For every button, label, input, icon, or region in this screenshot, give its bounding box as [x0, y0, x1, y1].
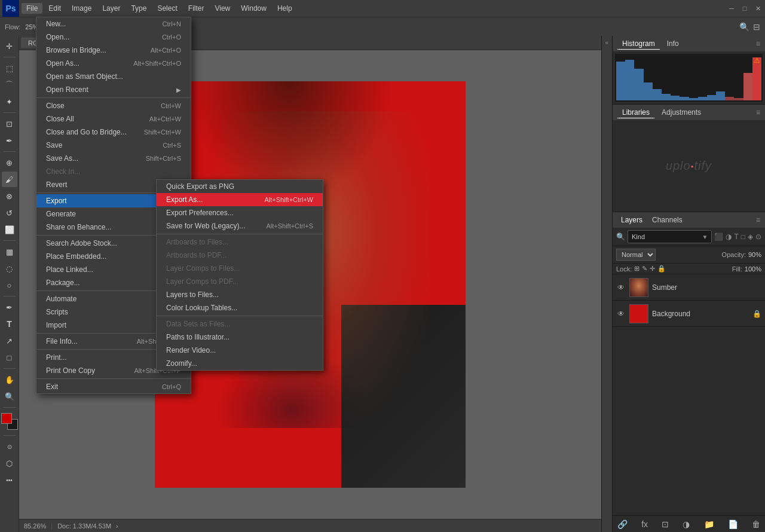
layer-visibility-background[interactable]: 👁: [616, 309, 626, 319]
search-icon[interactable]: 🔍: [739, 22, 749, 32]
stamp-tool[interactable]: ⊗: [2, 188, 17, 204]
filter-shape-icon[interactable]: □: [741, 233, 745, 241]
menu-item-close-go-bridge[interactable]: Close and Go to Bridge... Shift+Ctrl+W: [36, 126, 191, 139]
filter-adjustment-icon[interactable]: ◑: [726, 233, 732, 241]
close-button[interactable]: ✕: [753, 4, 763, 13]
minimize-button[interactable]: ─: [727, 4, 736, 13]
fill-value[interactable]: 100%: [745, 265, 761, 273]
menu-item-save[interactable]: Save Ctrl+S: [36, 139, 191, 152]
magic-wand-tool[interactable]: ✦: [2, 94, 17, 109]
menu-item-open-as[interactable]: Open As... Alt+Shift+Ctrl+O: [36, 57, 191, 70]
text-tool[interactable]: T: [2, 316, 17, 332]
submenu-render-video[interactable]: Render Video...: [157, 344, 323, 357]
menu-label-open-smart-object: Open as Smart Object...: [46, 72, 123, 81]
histogram-menu-icon[interactable]: ≡: [756, 39, 760, 48]
menubar-layer[interactable]: Layer: [97, 3, 125, 14]
adjustments-tab[interactable]: Adjustments: [657, 107, 706, 118]
menubar-view[interactable]: View: [210, 3, 235, 14]
layer-visibility-sumber[interactable]: 👁: [616, 283, 626, 292]
menubar-window[interactable]: Window: [236, 3, 271, 14]
libraries-tab[interactable]: Libraries: [617, 107, 654, 118]
menu-item-open[interactable]: Open... Ctrl+O: [36, 36, 191, 44]
layers-filter[interactable]: Kind ▼: [628, 230, 712, 243]
menu-item-open-recent[interactable]: Open Recent: [36, 83, 191, 96]
gradient-tool[interactable]: ▦: [2, 244, 17, 259]
menu-item-browse-bridge[interactable]: Browse in Bridge... Alt+Ctrl+O: [36, 44, 191, 57]
filter-pixel-icon[interactable]: ⬛: [714, 233, 723, 241]
quick-mask-button[interactable]: ⊙: [2, 439, 17, 454]
color-swatches[interactable]: [1, 413, 18, 430]
lock-position-icon[interactable]: ✛: [650, 265, 655, 273]
lock-paint-icon[interactable]: ✎: [642, 265, 647, 273]
link-layers-icon[interactable]: 🔗: [617, 519, 628, 529]
add-style-icon[interactable]: fx: [641, 519, 648, 529]
history-brush-tool[interactable]: ↺: [2, 205, 17, 221]
eraser-tool[interactable]: ⬜: [2, 222, 17, 237]
add-mask-icon[interactable]: ⊡: [662, 519, 669, 529]
menubar-help[interactable]: Help: [273, 3, 297, 14]
submenu-export-preferences[interactable]: Export Preferences...: [157, 206, 323, 219]
layer-item-sumber[interactable]: 👁 Sumber: [613, 274, 765, 301]
channels-tab[interactable]: Channels: [648, 215, 686, 225]
brush-tool[interactable]: 🖌: [2, 172, 17, 187]
menu-item-save-as[interactable]: Save As... Shift+Ctrl+S: [36, 152, 191, 165]
foreground-color[interactable]: [1, 413, 12, 424]
blend-mode-select[interactable]: Normal: [616, 249, 656, 261]
filter-smart-icon[interactable]: ◈: [748, 233, 753, 241]
submenu-paths-illustrator[interactable]: Paths to Illustrator...: [157, 331, 323, 344]
more-tools-button[interactable]: •••: [2, 472, 17, 488]
path-selection-tool[interactable]: ↗: [2, 333, 17, 348]
maximize-button[interactable]: □: [740, 4, 749, 13]
filter-toggle-icon[interactable]: ⊙: [755, 233, 761, 241]
menu-item-open-smart-object[interactable]: Open as Smart Object...: [36, 70, 191, 83]
layer-item-background[interactable]: 👁 Background 🔒: [613, 301, 765, 327]
eyedropper-tool[interactable]: ✒: [2, 133, 17, 148]
pen-tool[interactable]: ✒: [2, 299, 17, 315]
expand-panels-icon[interactable]: «: [605, 39, 609, 46]
layers-menu-icon[interactable]: ≡: [756, 216, 760, 224]
lasso-tool[interactable]: ⌒: [2, 77, 17, 93]
lock-transparent-icon[interactable]: ⊞: [634, 265, 639, 273]
filter-dropdown-icon[interactable]: ▼: [702, 234, 708, 240]
filter-type-icon[interactable]: T: [734, 233, 738, 241]
libraries-menu-icon[interactable]: ≡: [756, 108, 760, 117]
menubar-image[interactable]: Image: [67, 3, 96, 14]
new-layer-icon[interactable]: 📄: [728, 519, 738, 529]
histogram-tab[interactable]: Histogram: [617, 38, 660, 50]
menubar-select[interactable]: Select: [152, 3, 182, 14]
screen-mode-button[interactable]: ⬡: [2, 455, 17, 471]
status-arrow[interactable]: ›: [116, 522, 118, 530]
submenu-zoomify[interactable]: Zoomify...: [157, 357, 323, 370]
info-tab[interactable]: Info: [662, 38, 684, 49]
blur-tool[interactable]: ◌: [2, 261, 17, 276]
menu-shortcut-close: Ctrl+W: [161, 102, 181, 109]
delete-layer-icon[interactable]: 🗑: [752, 519, 760, 529]
menubar-type[interactable]: Type: [126, 3, 151, 14]
lock-all-icon[interactable]: 🔒: [657, 265, 666, 273]
submenu-layers-files[interactable]: Layers to Files...: [157, 288, 323, 301]
menubar-file[interactable]: File: [22, 3, 42, 14]
new-group-icon[interactable]: 📁: [704, 519, 714, 529]
opacity-value[interactable]: 90%: [748, 251, 761, 258]
layers-tab[interactable]: Layers: [617, 215, 646, 225]
healing-brush-tool[interactable]: ⊕: [2, 155, 17, 170]
dodge-tool[interactable]: ○: [2, 277, 17, 293]
submenu-export-as[interactable]: Export As... Alt+Shift+Ctrl+W: [157, 193, 323, 206]
submenu-quick-export-png[interactable]: Quick Export as PNG: [157, 180, 323, 193]
menu-item-close[interactable]: Close Ctrl+W: [36, 99, 191, 112]
marquee-tool[interactable]: ⬚: [2, 60, 17, 76]
layout-icon[interactable]: ⊟: [753, 22, 760, 32]
menu-item-check-in[interactable]: Check In...: [36, 165, 191, 178]
menu-item-close-all[interactable]: Close All Alt+Ctrl+W: [36, 112, 191, 126]
menubar-filter[interactable]: Filter: [183, 3, 209, 14]
menubar-edit[interactable]: Edit: [44, 3, 66, 14]
move-tool[interactable]: ✛: [2, 38, 17, 54]
crop-tool[interactable]: ⊡: [2, 116, 17, 132]
submenu-save-web[interactable]: Save for Web (Legacy)... Alt+Shift+Ctrl+…: [157, 219, 323, 233]
shape-tool[interactable]: □: [2, 350, 17, 365]
hand-tool[interactable]: ✋: [2, 372, 17, 387]
menu-item-exit[interactable]: Exit Ctrl+Q: [36, 380, 191, 393]
zoom-tool[interactable]: 🔍: [2, 389, 17, 404]
new-fill-icon[interactable]: ◑: [683, 519, 690, 529]
submenu-color-lookup[interactable]: Color Lookup Tables...: [157, 301, 323, 314]
